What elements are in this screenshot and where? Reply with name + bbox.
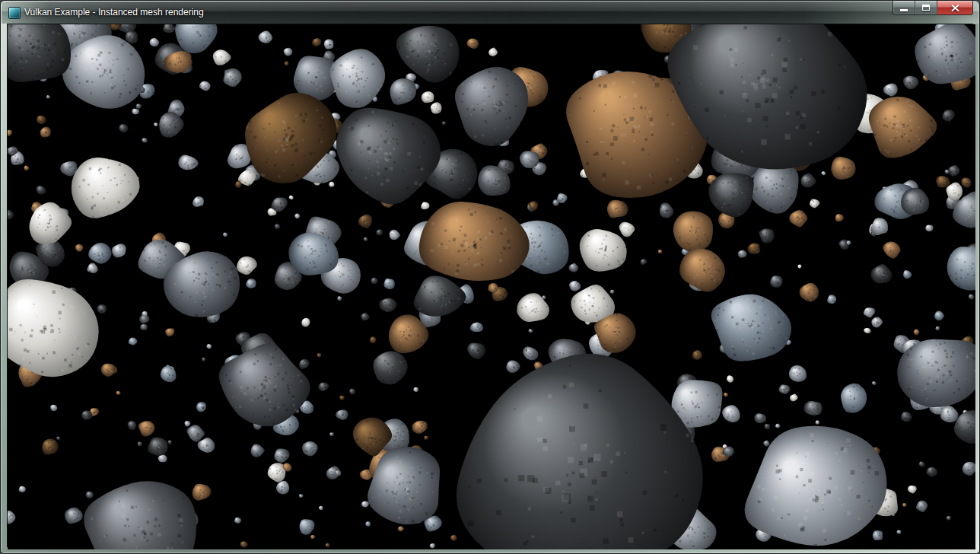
window-title: Vulkan Example - Instanced mesh renderin… xyxy=(24,2,204,24)
render-canvas[interactable] xyxy=(8,24,975,549)
maximize-button[interactable] xyxy=(915,1,937,15)
app-icon xyxy=(8,7,21,19)
maximize-icon xyxy=(922,5,930,11)
minimize-icon xyxy=(900,9,908,11)
minimize-button[interactable] xyxy=(892,1,915,15)
window-controls xyxy=(892,1,973,15)
app-window: Vulkan Example - Instanced mesh renderin… xyxy=(0,0,980,554)
close-icon xyxy=(951,5,959,11)
close-button[interactable] xyxy=(937,1,973,15)
render-viewport xyxy=(7,24,973,547)
titlebar[interactable]: Vulkan Example - Instanced mesh renderin… xyxy=(2,2,978,24)
